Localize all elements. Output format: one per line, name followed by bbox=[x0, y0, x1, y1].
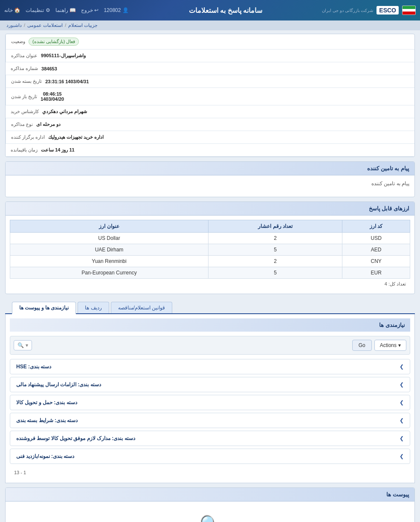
header: ESCO شرکت بازرگانی دو جی ایران سامانه پا… bbox=[0, 0, 420, 20]
breadcrumb-item-inquiries[interactable]: استعلامات عمومی bbox=[27, 23, 63, 28]
col-header-code: کد ارز bbox=[342, 220, 410, 233]
tab-rows[interactable]: ردیف ها bbox=[78, 302, 109, 313]
needs-toolbar: ▾ Actions Go ▾ 🔍 bbox=[10, 336, 410, 355]
no-data-area: 🔍 اطلاعاتی وجود ندارد bbox=[6, 502, 414, 522]
message-body: پیام به تامین کننده bbox=[6, 175, 414, 197]
actions-button[interactable]: ▾ Actions bbox=[374, 340, 406, 351]
breadcrumb: جزییات استعلام / استعلامات عمومی / داشبو… bbox=[0, 20, 420, 30]
status-label: وضعیت bbox=[11, 39, 25, 44]
close-date: 1403/04/31 23:31:16 bbox=[45, 79, 89, 84]
chevron-down-icon: ▾ bbox=[398, 342, 401, 348]
header-nav: 👤 120802 ↩ خروج 📖 راهنما ⚙ تنظیمات 🏠 خان… bbox=[4, 7, 129, 13]
nav-settings[interactable]: ⚙ تنظیمات bbox=[26, 7, 50, 13]
list-item-text: دسته بندی: نمونه/بازدید فنی bbox=[16, 453, 74, 459]
search-icon[interactable]: 🔍 bbox=[17, 342, 24, 348]
info-card: فعال (بازگشایی نشده) وضعیت واشراسپیرال-9… bbox=[5, 34, 415, 157]
breadcrumb-item-dashboard[interactable]: داشبورد bbox=[6, 23, 22, 28]
currencies-header: ارزهای قابل پاسخ bbox=[6, 202, 414, 216]
currency-name: US Dollar bbox=[10, 233, 209, 244]
col-header-name: عنوان ارز bbox=[10, 220, 209, 233]
total-count: تعداد کل: 4 bbox=[10, 279, 410, 289]
search-box: ▾ 🔍 bbox=[14, 340, 32, 350]
list-item[interactable]: ❯ دسته بندی: مدارک لازم موفق تحویل کالا … bbox=[10, 431, 410, 446]
header-title: سامانه پاسخ به استعلامات bbox=[189, 6, 262, 15]
expand-icon: ❯ bbox=[400, 435, 404, 441]
currency-name: Yuan Renminbi bbox=[10, 256, 209, 267]
expand-icon: ❯ bbox=[400, 382, 404, 388]
table-row: USD 2 US Dollar bbox=[10, 233, 410, 244]
list-item-text: دسته بندی: HSE bbox=[16, 364, 51, 370]
expand-icon: ❯ bbox=[400, 453, 404, 459]
header-subtitle: شرکت بازرگانی دو جی ایران bbox=[322, 8, 373, 13]
inquiry-number: 384653 bbox=[41, 66, 57, 71]
list-item-text: دسته بندی: حمل و تحویل کالا bbox=[16, 400, 77, 405]
logo: ESCO bbox=[377, 6, 399, 15]
nav-guide[interactable]: 📖 راهنما bbox=[55, 7, 76, 13]
go-button[interactable]: Go bbox=[352, 340, 372, 351]
message-text: پیام به تامین کننده bbox=[371, 181, 409, 187]
toolbar-left: ▾ Actions Go bbox=[352, 340, 406, 351]
dropdown-icon[interactable]: ▾ bbox=[26, 342, 28, 348]
needs-list: ❯ دسته بندی: HSE ❯ دسته بندی: الزامات ار… bbox=[10, 359, 410, 464]
currency-decimals: 5 bbox=[208, 267, 342, 279]
expand-icon: ❯ bbox=[400, 364, 404, 370]
type-value: دو مرحله ای bbox=[36, 122, 61, 127]
currency-code: CNY bbox=[342, 256, 410, 267]
toolbar-right: ▾ 🔍 bbox=[14, 340, 32, 350]
open-date: 08:46:15 1403/04/20 bbox=[41, 91, 64, 102]
currency-code: EUR bbox=[342, 267, 410, 279]
inquiry-title: واشراسپیرال-9905111 bbox=[41, 53, 86, 58]
expand-icon: ❯ bbox=[400, 417, 404, 423]
table-row: EUR 5 Pan-European Currency bbox=[10, 267, 410, 279]
message-section: پیام به تامین کننده پیام به تامین کننده bbox=[5, 161, 415, 197]
list-item[interactable]: ❯ دسته بندی: شرایط بسته بندی bbox=[10, 413, 410, 428]
currency-decimals: 2 bbox=[208, 256, 342, 267]
type-label: نوع مذاکره bbox=[11, 122, 33, 127]
expand-icon: ❯ bbox=[400, 400, 404, 405]
organizer-label: اداره برگزار کننده bbox=[11, 134, 45, 140]
table-row: CNY 2 Yuan Renminbi bbox=[10, 256, 410, 267]
inquiry-number-label: شماره مذاکره bbox=[11, 66, 38, 71]
list-item-text: دسته بندی: مدارک لازم موفق تحویل کالا تو… bbox=[16, 435, 135, 441]
list-item[interactable]: ❯ دسته بندی: HSE bbox=[10, 359, 410, 374]
col-header-decimals: تعداد رقم اعشار bbox=[208, 220, 342, 233]
open-date-label: تاریخ باز شدن bbox=[11, 94, 37, 99]
list-item[interactable]: ❯ دسته بندی: نمونه/بازدید فنی bbox=[10, 449, 410, 464]
pagination: 1 - 13 bbox=[10, 467, 410, 478]
list-item[interactable]: ❯ دسته بندی: حمل و تحویل کالا bbox=[10, 395, 410, 410]
flag-icon bbox=[402, 6, 416, 15]
tab-needs[interactable]: نیازمندی ها و پیوست ها bbox=[12, 302, 76, 314]
breadcrumb-item-inquiry-detail[interactable]: جزییات استعلام bbox=[68, 23, 98, 28]
currency-decimals: 2 bbox=[208, 233, 342, 244]
currency-code: USD bbox=[342, 233, 410, 244]
attachments-section: پیوست ها 🔍 اطلاعاتی وجود ندارد bbox=[5, 487, 415, 522]
list-item-text: دسته بندی: شرایط بسته بندی bbox=[16, 417, 78, 423]
user-icon: 👤 bbox=[122, 7, 129, 13]
list-item[interactable]: ❯ دسته بندی: الزامات ارسال پیشنهاد مالی bbox=[10, 377, 410, 392]
user-info: 👤 120802 bbox=[104, 7, 129, 13]
status-badge: فعال (بازگشایی نشده) bbox=[29, 38, 79, 46]
currencies-table: کد ارز تعداد رقم اعشار عنوان ارز USD 2 U… bbox=[10, 220, 410, 279]
list-item-text: دسته بندی: الزامات ارسال پیشنهاد مالی bbox=[16, 382, 101, 388]
header-right: ESCO شرکت بازرگانی دو جی ایران bbox=[322, 6, 416, 15]
main-container: فعال (بازگشایی نشده) وضعیت واشراسپیرال-9… bbox=[0, 30, 420, 522]
title-label: عنوان مذاکره bbox=[11, 53, 38, 58]
nav-exit[interactable]: ↩ خروج bbox=[81, 7, 98, 13]
currencies-section: ارزهای قابل پاسخ کد ارز تعداد رقم اعشار … bbox=[5, 201, 415, 294]
remaining-value: 11 روز 14 ساعت bbox=[41, 147, 75, 153]
remaining-label: زمان باقیمانده bbox=[11, 147, 38, 153]
needs-section-header: نیازمندی ها bbox=[10, 318, 410, 332]
organizer-value: اداره خرید تجهيزات هيدروليك bbox=[48, 134, 104, 140]
currency-decimals: 5 bbox=[208, 244, 342, 256]
no-data-icon: 🔍 bbox=[18, 514, 402, 522]
close-date-label: تاریخ بسته شدن bbox=[11, 79, 42, 84]
tab-laws[interactable]: قوانین استعلام/مناقصه bbox=[111, 302, 173, 313]
buyer-name: شهرام مرداني دهکردي bbox=[42, 109, 87, 114]
nav-home[interactable]: 🏠 خانه bbox=[4, 7, 20, 13]
needs-section: نیازمندی ها ▾ Actions Go ▾ 🔍 ❯ دسته بندی… bbox=[5, 314, 415, 483]
table-row: AED 5 UAE Dirham bbox=[10, 244, 410, 256]
currency-name: Pan-European Currency bbox=[10, 267, 209, 279]
message-section-header: پیام به تامین کننده bbox=[6, 162, 414, 175]
tabs-container: قوانین استعلام/مناقصه ردیف ها نیازمندی ه… bbox=[5, 298, 415, 314]
currency-code: AED bbox=[342, 244, 410, 256]
